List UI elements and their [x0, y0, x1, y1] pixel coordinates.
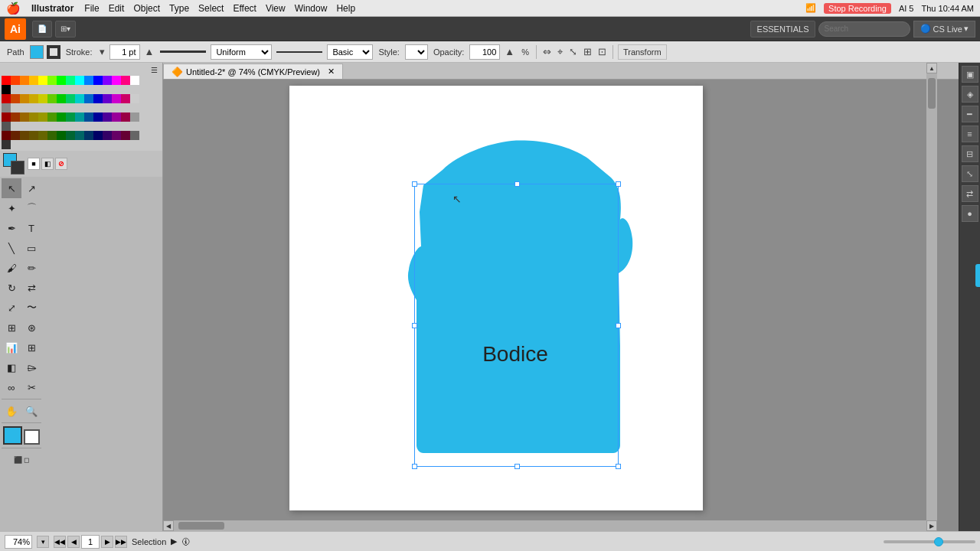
color-swatch[interactable]: [103, 94, 112, 103]
color-swatch[interactable]: [57, 112, 66, 122]
essentials-btn[interactable]: ESSENTIALS: [750, 21, 816, 37]
color-swatch[interactable]: [130, 94, 139, 103]
scrollbar-horizontal[interactable]: ◀ ▶: [163, 520, 937, 531]
page-number-input[interactable]: [81, 535, 100, 549]
color-swatch[interactable]: [84, 76, 93, 85]
color-swatch[interactable]: [93, 76, 103, 85]
color-swatch[interactable]: [47, 76, 57, 85]
color-swatch[interactable]: [11, 112, 20, 122]
opacity-input[interactable]: [469, 44, 500, 60]
warp-tool-btn[interactable]: 〜: [21, 298, 41, 318]
color-swatch[interactable]: [93, 131, 103, 140]
links-panel-btn[interactable]: ⇄: [962, 185, 978, 202]
menu-object[interactable]: Object: [133, 3, 160, 14]
stroke-panel-btn[interactable]: ━: [962, 106, 978, 122]
zoom-thumb[interactable]: [934, 537, 943, 546]
color-swatch[interactable]: [57, 131, 66, 140]
color-swatch[interactable]: [103, 76, 112, 85]
apple-menu[interactable]: 🍎: [6, 2, 21, 15]
color-swatch[interactable]: [2, 103, 11, 112]
next-artboard-btn[interactable]: ▶: [101, 536, 113, 548]
paintbrush-tool-btn[interactable]: 🖌: [2, 258, 21, 278]
symbol-tool-btn[interactable]: ⊛: [21, 318, 41, 337]
color-swatch[interactable]: [29, 94, 38, 103]
color-mode-icon[interactable]: ■: [28, 158, 40, 170]
rectangle-tool-btn[interactable]: ▭: [21, 238, 41, 258]
zoom-input[interactable]: [5, 535, 32, 549]
menu-effect[interactable]: Effect: [233, 3, 256, 14]
first-artboard-btn[interactable]: ◀◀: [54, 536, 66, 548]
fill-swatch[interactable]: [30, 45, 44, 59]
scroll-thumb-v[interactable]: [928, 78, 936, 109]
color-swatch[interactable]: [11, 131, 20, 140]
menu-type[interactable]: Type: [169, 3, 189, 14]
color-swatch[interactable]: [103, 112, 112, 122]
color-swatch[interactable]: [75, 112, 84, 122]
reflect-tool-btn[interactable]: ⇄: [21, 278, 41, 298]
color-swatch[interactable]: [103, 131, 112, 140]
stroke-width-up[interactable]: ▲: [143, 44, 156, 59]
scale-tool-btn[interactable]: ⤢: [2, 298, 21, 318]
color-swatch[interactable]: [75, 131, 84, 140]
lasso-tool-btn[interactable]: ⌒: [21, 198, 41, 218]
search-input[interactable]: [818, 21, 910, 37]
color-swatch[interactable]: [2, 94, 11, 103]
color-swatch[interactable]: [2, 85, 11, 94]
color-swatch[interactable]: [75, 94, 84, 103]
mesh-tool-btn[interactable]: ⊞: [21, 337, 41, 357]
color-swatch[interactable]: [93, 94, 103, 103]
menu-window[interactable]: Window: [295, 3, 328, 14]
color-swatch[interactable]: [2, 140, 11, 149]
type-tool-btn[interactable]: T: [21, 218, 41, 238]
style-select[interactable]: [405, 44, 428, 60]
doc-tab-close[interactable]: ✕: [328, 67, 335, 77]
color-swatch[interactable]: [20, 94, 29, 103]
color-swatch[interactable]: [84, 131, 93, 140]
menu-select[interactable]: Select: [198, 3, 224, 14]
menu-help[interactable]: Help: [336, 3, 355, 14]
scroll-thumb-h[interactable]: [178, 522, 224, 530]
color-swatch[interactable]: [57, 94, 66, 103]
scroll-track-v[interactable]: [928, 73, 936, 520]
line-tool-btn[interactable]: ╲: [2, 238, 21, 258]
color-swatch[interactable]: [2, 131, 11, 140]
color-swatch[interactable]: [47, 112, 57, 122]
gradient-mode-icon[interactable]: ◧: [41, 158, 54, 170]
color-swatch[interactable]: [112, 94, 121, 103]
color-swatch[interactable]: [112, 112, 121, 122]
color-swatch[interactable]: [75, 76, 84, 85]
new-doc-btn[interactable]: 📄: [32, 21, 52, 37]
stroke-width-input[interactable]: [109, 44, 140, 60]
bodice-shape[interactable]: [408, 141, 632, 453]
color-swatch[interactable]: [20, 112, 29, 122]
color-swatch[interactable]: [29, 112, 38, 122]
color-swatch[interactable]: [29, 76, 38, 85]
prev-artboard-btn[interactable]: ◀: [67, 536, 80, 548]
scroll-up-btn[interactable]: ▲: [926, 63, 937, 73]
last-artboard-btn[interactable]: ▶▶: [115, 536, 127, 548]
doc-tab-1[interactable]: 🔶 Untitled-2* @ 74% (CMYK/Preview) ✕: [163, 64, 343, 79]
scroll-right-btn[interactable]: ▶: [926, 520, 937, 531]
color-swatch[interactable]: [11, 94, 20, 103]
color-swatch[interactable]: [121, 112, 130, 122]
color-swatch[interactable]: [66, 131, 75, 140]
color-swatch[interactable]: [47, 94, 57, 103]
color-swatch[interactable]: [57, 76, 66, 85]
free-transform-btn[interactable]: ⊞: [2, 318, 21, 337]
color-swatch[interactable]: [47, 131, 57, 140]
scissors-tool-btn[interactable]: ✂: [21, 377, 41, 397]
color-swatch[interactable]: [20, 76, 29, 85]
pencil-tool-btn[interactable]: ✏: [21, 258, 41, 278]
color-swatch[interactable]: [84, 94, 93, 103]
status-nav-btn[interactable]: ▾: [37, 536, 49, 548]
color-swatch[interactable]: [38, 112, 47, 122]
stroke-swatch[interactable]: [47, 45, 60, 59]
fg-bg-switcher[interactable]: [3, 153, 24, 174]
color-swatch[interactable]: [121, 76, 130, 85]
blend-tool-btn[interactable]: ∞: [2, 377, 21, 397]
palette-menu-icon[interactable]: ☰: [151, 66, 158, 74]
align-btn-5[interactable]: ⊡: [596, 44, 608, 59]
align-btn-2[interactable]: ⌖: [556, 44, 564, 60]
color-swatch[interactable]: [20, 131, 29, 140]
color-swatch[interactable]: [84, 112, 93, 122]
